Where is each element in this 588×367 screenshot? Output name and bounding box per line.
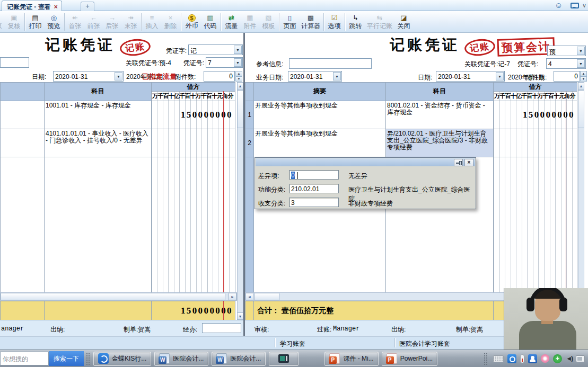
left-no-select[interactable]: 7▼ [206, 57, 243, 68]
taskbar-item-viewer[interactable] [269, 352, 299, 366]
calculator-button[interactable]: ▩计算器 [299, 12, 322, 32]
right-col-subject-header: 科目 [385, 82, 494, 101]
dropdown-arrow-icon[interactable]: ▼ [115, 72, 122, 80]
page-button[interactable]: ▯页面 [280, 12, 299, 32]
preview-button[interactable]: ◎预览 [45, 12, 63, 32]
left-grid-extension [0, 157, 45, 293]
tab-voucher-view[interactable]: 记账凭证 - 查看× [2, 1, 62, 11]
messenger-icon[interactable] [528, 354, 537, 363]
left-flow-flag: 已指定流量 [142, 72, 177, 82]
code-button[interactable]: ▥代码 [201, 12, 220, 32]
cashflow-icon: ⇄ [229, 14, 234, 22]
volume-icon[interactable]: ◄) [566, 355, 572, 362]
spin-down-icon: ▼ [580, 76, 587, 82]
toolbar: ↶还原 ▣复核 ▤打印 ◎预览 ↞首张 ←前张 →后张 ↠末张 ≡插入 ×删除 … [0, 11, 588, 33]
scroll-down-icon[interactable]: ▼ [237, 312, 243, 320]
left-grid-extension [44, 157, 152, 293]
close-button[interactable]: ◪关闭 [394, 12, 413, 32]
tab-close-icon[interactable]: × [54, 3, 58, 11]
review-button: ▣复核 [5, 12, 23, 32]
dropdown-arrow-icon[interactable]: ▼ [496, 72, 504, 80]
thermometer-icon[interactable] [520, 354, 524, 363]
dropdown-arrow-icon[interactable]: ▼ [234, 58, 242, 67]
taskbar-item-ppt-1[interactable]: P课件 - Mi... [324, 352, 378, 366]
left-row2-subject[interactable]: 4101.01.01.01 - 事业收入 - 医疗收入 - 门急诊收入 - 挂号… [44, 129, 152, 157]
restore-button: ↶还原 [0, 12, 5, 32]
right-word-select[interactable]: 预▼ [547, 46, 586, 56]
antivirus-shield-icon[interactable]: + [553, 354, 562, 363]
left-cashier-label: 出纳: [50, 325, 65, 334]
app-window: 记账凭证 - 查看× + ☺ ∨ ↶还原 ▣复核 ▤打印 ◎预览 ↞首张 ←前张… [0, 0, 588, 367]
left-partial-input[interactable] [0, 57, 29, 68]
chevron-down-icon[interactable]: ∨ [582, 1, 586, 10]
ref-info-input[interactable] [289, 58, 372, 69]
function-class-input[interactable]: 210.02.01 [289, 184, 339, 193]
taskbar-item-ppt-2[interactable]: PPowerPoi... [382, 352, 437, 366]
left-row1-subject[interactable]: 1001.01 - 库存现金 - 库存现金 [44, 101, 152, 129]
taskbar-item-kingdee[interactable]: 金蝶KIS行... [93, 352, 151, 366]
scroll-left-icon[interactable]: ◄ [245, 293, 253, 300]
left-hscroll-thumb[interactable] [1, 293, 225, 300]
left-word-label: 凭证字: [159, 47, 187, 56]
jump-button[interactable]: ↳跳转 [346, 12, 365, 32]
dropdown-arrow-icon[interactable]: ▼ [577, 47, 585, 55]
scroll-right-icon[interactable]: ► [229, 293, 236, 300]
right-attach-spinner[interactable]: ▲▼ [580, 71, 587, 82]
income-class-input[interactable]: 3 [289, 198, 339, 207]
input-method-icon[interactable] [507, 354, 516, 363]
right-row1-debit[interactable]: 150000000 [493, 101, 577, 129]
left-vscroll-thumb[interactable] [237, 90, 243, 128]
right-row1-summary[interactable]: 开展业务等其他事项收到现金 [253, 101, 386, 129]
right-cashier-label: 出纳: [391, 325, 406, 334]
scroll-up-icon[interactable]: ▲ [237, 82, 243, 89]
popup-close-icon[interactable]: × [464, 159, 473, 166]
left-handler-input[interactable] [202, 323, 241, 333]
taskbar-search-input[interactable]: 你想搜的 [0, 352, 49, 365]
right-row2-debit[interactable] [493, 129, 577, 157]
right-total-label: 合计： 壹佰伍拾万元整 [253, 301, 494, 320]
right-row2-subject-selected[interactable]: 异/210.02.01 - 医疗卫生与计划生育支出_公立医院_综合医院/3 - … [385, 129, 494, 157]
popup-title-strip[interactable] [256, 158, 475, 166]
left-attach-input[interactable]: 0 [204, 71, 235, 82]
right-date-select[interactable]: 2020-01-31▼ [436, 71, 505, 82]
left-date-select[interactable]: 2020-01-31▼ [53, 71, 124, 82]
right-row2-summary[interactable]: 开展业务等其他事项收到现金 [253, 129, 386, 157]
currency-button[interactable]: $外币 [182, 12, 201, 32]
cashflow-button[interactable]: ⇄流量 [222, 12, 241, 32]
dropdown-arrow-icon[interactable]: ▼ [333, 72, 341, 80]
new-tab-button[interactable]: + [81, 2, 94, 11]
print-button[interactable]: ▤打印 [26, 12, 45, 32]
left-attach-label: 附件数: [175, 73, 196, 82]
diff-item-input[interactable]: 0 [289, 170, 339, 180]
left-attach-spinner[interactable]: ▲▼ [235, 71, 242, 82]
left-word-select[interactable]: 记▼ [188, 44, 243, 55]
taskbar-search-button[interactable]: 搜索一下 [49, 351, 84, 366]
smiley-icon[interactable]: ☺ [555, 1, 563, 10]
dropdown-arrow-icon[interactable]: ▼ [234, 46, 242, 54]
flower-icon[interactable] [541, 354, 549, 363]
table-cell[interactable] [0, 129, 45, 157]
right-post-label: 过账: [317, 325, 331, 334]
right-maker-label: 制单:贺嵩 [456, 325, 483, 334]
right-no-select[interactable]: 4▼ [546, 58, 586, 69]
left-col-debit-header: 借方 [151, 82, 235, 92]
biz-date-select[interactable]: 2020-01-31▼ [288, 71, 342, 82]
dropdown-arrow-icon[interactable]: ▼ [577, 59, 585, 68]
options-icon: ☑ [331, 14, 338, 22]
right-row1-subject[interactable]: 8001.02.01 - 资金结存 - 货币资金 - 库存现金 [385, 101, 494, 129]
pin-icon[interactable] [454, 159, 463, 166]
options-button[interactable]: ☑选项 [325, 12, 344, 32]
table-cell[interactable] [0, 101, 45, 129]
right-attach-input[interactable]: 0 [554, 71, 580, 82]
tab-bar: 记账凭证 - 查看× + ☺ ∨ [0, 0, 588, 11]
keyboard-icon[interactable] [493, 355, 504, 362]
right-row2-num: 2 [245, 129, 254, 157]
network-icon[interactable] [576, 355, 585, 362]
scroll-up-icon[interactable]: ▲ [578, 82, 584, 89]
right-vscroll-thumb[interactable] [578, 90, 584, 128]
taskbar-item-word-1[interactable]: W医院会计... [154, 352, 208, 366]
taskbar-item-word-2[interactable]: W医院会计... [212, 352, 266, 366]
right-hscroll-thumb[interactable] [254, 293, 279, 300]
right-col-debit-header: 借方 [493, 82, 577, 92]
comment-icon[interactable] [571, 3, 579, 8]
